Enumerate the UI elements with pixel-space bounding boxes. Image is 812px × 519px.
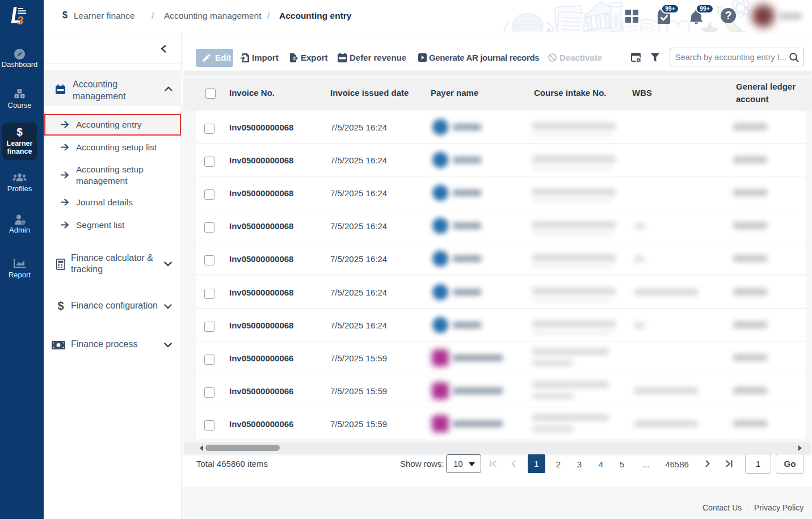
svg-text:3: 3 [17, 14, 24, 27]
